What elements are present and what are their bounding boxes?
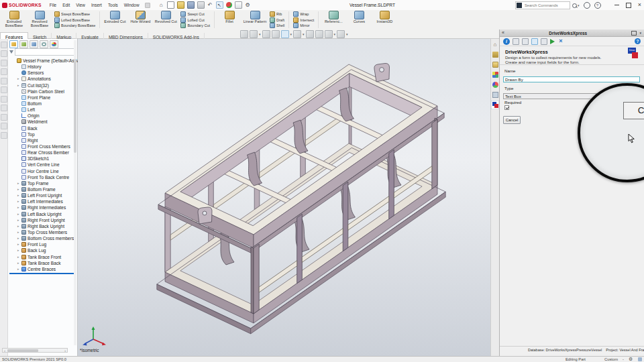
tree-item[interactable]: ▸Cut list(32) [8, 82, 78, 88]
linear-pattern-button[interactable]: Linear Pattern [242, 10, 268, 29]
custom-properties-tab[interactable] [491, 90, 499, 99]
tree-item[interactable]: Sensors [8, 70, 78, 76]
pin-menu-icon[interactable] [145, 3, 150, 8]
appearances-tab[interactable] [491, 80, 499, 89]
minimize-button[interactable] [614, 5, 619, 5]
wrap-button[interactable]: Wrap [293, 11, 314, 17]
rib-button[interactable]: Rib [270, 11, 284, 17]
create-button[interactable]: Create [623, 102, 644, 119]
required-checkbox[interactable] [504, 105, 509, 110]
driveworksxpress-tab[interactable] [491, 101, 499, 109]
tree-item[interactable]: ▸Annotations [8, 76, 78, 82]
info-button[interactable]: i [503, 38, 510, 45]
toolbar-icon[interactable] [1, 68, 7, 75]
edit-appearance-icon[interactable] [315, 30, 323, 38]
tree-item[interactable]: Rear Chross Bember [8, 149, 78, 156]
status-tag-icon[interactable] [638, 357, 642, 361]
toolbar-icon[interactable] [1, 123, 7, 129]
tree-horizontal-scrollbar[interactable]: ‹ › [2, 348, 68, 353]
name-field[interactable] [503, 76, 640, 82]
file-explorer-tab[interactable] [491, 60, 499, 69]
extruded-cut-button[interactable]: Extruded Cut [102, 10, 127, 29]
tree-item[interactable]: Front To Back Centre [8, 174, 78, 180]
tree-item[interactable]: Front Cross Members [8, 143, 78, 149]
form-design-button[interactable] [531, 38, 538, 45]
tree-item[interactable]: Bottom [8, 101, 78, 107]
toolbar-icon[interactable] [1, 96, 7, 103]
undo-icon[interactable]: ↶ [207, 2, 213, 8]
tree-item[interactable]: Front Plane [8, 95, 78, 101]
zoom-to-fit-icon[interactable] [240, 30, 248, 38]
view-orientation-icon[interactable] [281, 30, 289, 38]
open-icon[interactable] [177, 1, 184, 9]
tree-item[interactable]: ▸Front Lug [8, 241, 78, 247]
viewport[interactable]: *Isometric [78, 39, 490, 356]
rollback-bar[interactable] [9, 273, 75, 274]
extruded-boss-base-button[interactable]: Extruded Boss/Base [1, 10, 27, 29]
search-caret-icon[interactable]: ▾ [578, 3, 580, 7]
tree-item[interactable]: ▸Tank Brace Front [8, 254, 78, 260]
tree-item[interactable]: ▸Back Lug [8, 247, 78, 253]
toolbar-icon[interactable] [1, 42, 7, 48]
database-button[interactable] [513, 38, 519, 45]
previous-view-icon[interactable] [262, 30, 270, 38]
tree-item[interactable]: 3DSketch1 [8, 156, 78, 162]
tree-item[interactable]: History [8, 64, 78, 70]
close-button[interactable]: × [557, 38, 564, 45]
toolbar-icon[interactable] [1, 50, 7, 57]
scrollbar-thumb[interactable] [7, 349, 38, 352]
tree-item[interactable]: Plain Carbon Steel [8, 88, 78, 95]
filter-icon[interactable] [9, 50, 13, 54]
scroll-right-icon[interactable]: › [63, 349, 67, 353]
menu-file[interactable]: File [47, 1, 59, 10]
lofted-cut-button[interactable]: Lofted Cut [180, 17, 210, 23]
tree-item[interactable]: ▸Bottom Frame [8, 186, 78, 192]
apply-scene-icon[interactable] [325, 30, 333, 38]
tree-item[interactable]: ▸Top Cross Members [8, 229, 78, 235]
dropdown-caret-icon[interactable]: ▾ [290, 32, 292, 36]
status-gear-icon[interactable]: ⚙ [629, 357, 633, 362]
configurationmanager-tab[interactable] [30, 40, 38, 48]
tree-item[interactable]: ▸Left Front Upright [8, 192, 78, 198]
zoom-to-area-icon[interactable] [250, 30, 258, 38]
home-tab[interactable]: ⌂ [491, 40, 499, 49]
scroll-left-icon[interactable]: ‹ [3, 349, 7, 353]
toolbar-icon[interactable] [1, 132, 7, 139]
scrollbar-thumb[interactable] [74, 59, 76, 153]
filter-input[interactable] [15, 48, 75, 56]
options-icon[interactable]: ⚙ [245, 2, 251, 8]
help-icon[interactable]: ? [594, 2, 601, 9]
dropdown-caret-icon[interactable]: ▾ [334, 32, 336, 36]
dropdown-caret-icon[interactable]: ▾ [259, 32, 261, 36]
reference-geometry-button[interactable]: Referenc... [321, 10, 346, 29]
tree-item[interactable]: Back [8, 125, 78, 131]
menu-insert[interactable]: Insert [89, 1, 105, 10]
intersect-button[interactable]: Intersect [293, 17, 314, 23]
tree-vertical-scrollbar[interactable] [74, 40, 76, 345]
tree-item[interactable]: Right [8, 137, 78, 143]
sign-in-icon[interactable] [584, 2, 590, 9]
toolbar-icon[interactable] [1, 60, 7, 66]
units-selector[interactable]: Custom [604, 357, 618, 361]
hide-show-items-icon[interactable] [306, 30, 314, 38]
tree-item[interactable]: ▸Right Front Upright [8, 217, 78, 223]
tree-item[interactable]: ▸Top Frame [8, 180, 78, 186]
cancel-button[interactable]: Cancel [503, 116, 521, 124]
lofted-boss-base-button[interactable]: Lofted Boss/Base [54, 17, 95, 23]
tree-item[interactable]: ▸Tank Brace Back [8, 260, 78, 266]
run-button[interactable] [550, 39, 555, 44]
float-panel-icon[interactable] [631, 31, 637, 36]
pin-panel-icon[interactable]: ▾ [639, 31, 641, 35]
curves-button[interactable]: Curves [346, 10, 372, 29]
units-caret[interactable]: - [623, 357, 624, 361]
home-icon[interactable]: ⌂ [158, 2, 164, 8]
tree-item[interactable]: ▸Bottom Cross members [8, 235, 78, 241]
tree-item[interactable]: ▸Left Back Upright [8, 211, 78, 217]
toolbar-icon[interactable] [1, 114, 7, 121]
featuremanager-tab[interactable] [9, 40, 18, 48]
new-document-icon[interactable] [167, 1, 174, 9]
boundary-cut-button[interactable]: Boundary Cut [180, 23, 210, 29]
view-settings-icon[interactable] [337, 30, 345, 38]
menu-view[interactable]: View [73, 1, 88, 10]
captured-models-button[interactable] [522, 38, 529, 45]
